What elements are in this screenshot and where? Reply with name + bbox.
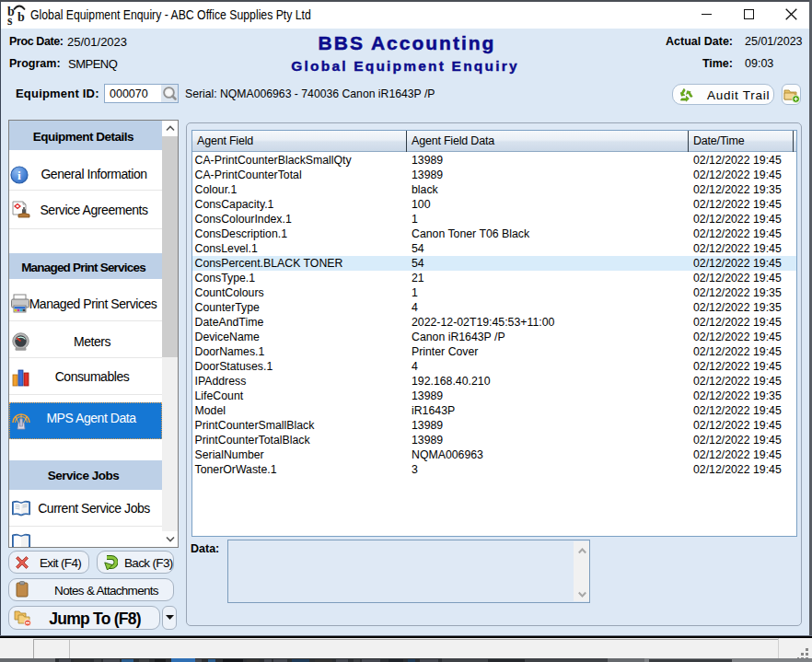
svg-text:b: b xyxy=(17,10,25,24)
svg-text:i: i xyxy=(17,168,21,182)
svg-text:s: s xyxy=(7,14,13,27)
